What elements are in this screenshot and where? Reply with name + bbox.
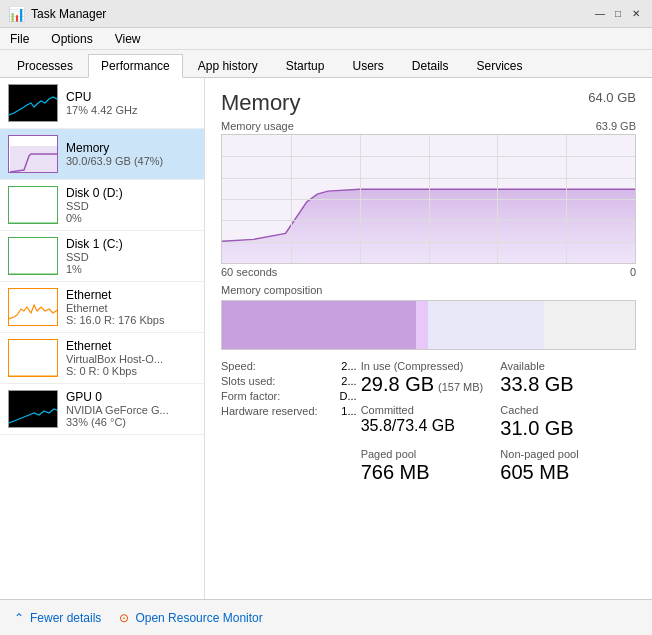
ethernet2-thumbnail (8, 339, 58, 377)
memory-graph (221, 134, 636, 264)
stat-paged-label: Paged pool (361, 448, 497, 460)
tab-startup[interactable]: Startup (273, 54, 338, 77)
graph-label-row: Memory usage 63.9 GB (221, 120, 636, 132)
disk0-val: 0% (66, 212, 196, 224)
tab-users[interactable]: Users (339, 54, 396, 77)
svg-rect-6 (9, 340, 58, 377)
stats-grid: In use (Compressed) 29.8 GB (157 MB) Ava… (221, 360, 636, 484)
tab-app-history[interactable]: App history (185, 54, 271, 77)
window-title: Task Manager (31, 7, 106, 21)
comp-free (544, 301, 635, 349)
memory-info: Memory 30.0/63.9 GB (47%) (66, 141, 196, 167)
stat-form-val: D... (340, 390, 357, 402)
stat-non-paged-label: Non-paged pool (500, 448, 636, 460)
window-icon: 📊 (8, 6, 25, 22)
sidebar-item-cpu[interactable]: CPU 17% 4.42 GHz (0, 78, 204, 129)
svg-rect-4 (9, 238, 58, 275)
menu-options[interactable]: Options (45, 30, 98, 48)
ethernet2-info: Ethernet VirtualBox Host-O... S: 0 R: 0 … (66, 339, 196, 377)
ethernet1-info: Ethernet Ethernet S: 16.0 R: 176 Kbps (66, 288, 196, 326)
detail-panel: Memory 64.0 GB Memory usage 63.9 GB (205, 78, 652, 599)
cpu-thumbnail (8, 84, 58, 122)
gpu0-val: 33% (46 °C) (66, 416, 196, 428)
sidebar-item-disk0[interactable]: Disk 0 (D:) SSD 0% (0, 180, 204, 231)
chevron-up-icon: ⌃ (12, 611, 26, 625)
stat-speed-val: 2... (341, 360, 356, 372)
minimize-button[interactable]: — (592, 6, 608, 22)
grid-v2 (360, 135, 361, 263)
sidebar-item-gpu0[interactable]: GPU 0 NVIDIA GeForce G... 33% (46 °C) (0, 384, 204, 435)
ethernet2-val: S: 0 R: 0 Kbps (66, 365, 196, 377)
disk1-val: 1% (66, 263, 196, 275)
stat-committed-value: 35.8/73.4 GB (361, 416, 497, 435)
title-bar: 📊 Task Manager — □ ✕ (0, 0, 652, 28)
graph-time-left: 60 seconds (221, 266, 277, 278)
stat-non-paged-pool: Non-paged pool 605 MB (500, 448, 636, 484)
stat-slots-val: 2... (341, 375, 356, 387)
svg-rect-2 (10, 146, 58, 172)
detail-total: 64.0 GB (588, 90, 636, 105)
memory-title: Memory (66, 141, 196, 155)
stat-available: Available 33.8 GB (500, 360, 636, 396)
svg-rect-3 (9, 187, 58, 224)
close-button[interactable]: ✕ (628, 6, 644, 22)
menu-file[interactable]: File (4, 30, 35, 48)
tab-processes[interactable]: Processes (4, 54, 86, 77)
comp-modified (416, 301, 428, 349)
comp-standby (428, 301, 544, 349)
ethernet1-title: Ethernet (66, 288, 196, 302)
gpu0-sub: NVIDIA GeForce G... (66, 404, 196, 416)
open-resource-monitor-button[interactable]: ⊙ Open Resource Monitor (117, 611, 262, 625)
sidebar-item-memory[interactable]: Memory 30.0/63.9 GB (47%) (0, 129, 204, 180)
graph-grid-lines (222, 135, 635, 263)
tab-services[interactable]: Services (464, 54, 536, 77)
disk1-sub: SSD (66, 251, 196, 263)
graph-max-label: 63.9 GB (596, 120, 636, 132)
stat-slots-label: Slots used: (221, 375, 275, 387)
ethernet1-thumbnail (8, 288, 58, 326)
tab-bar: Processes Performance App history Startu… (0, 50, 652, 78)
disk0-thumbnail (8, 186, 58, 224)
disk1-title: Disk 1 (C:) (66, 237, 196, 251)
cpu-info: CPU 17% 4.42 GHz (66, 90, 196, 116)
grid-v3 (429, 135, 430, 263)
menu-bar: File Options View (0, 28, 652, 50)
stat-cached-label: Cached (500, 404, 636, 416)
grid-v5 (566, 135, 567, 263)
detail-title: Memory (221, 90, 300, 116)
comp-in-use (222, 301, 416, 349)
stat-committed-label: Committed (361, 404, 497, 416)
graph-time-row: 60 seconds 0 (221, 266, 636, 278)
stat-right-hardware: Hardware reserved: 1... (221, 405, 357, 417)
gpu0-info: GPU 0 NVIDIA GeForce G... 33% (46 °C) (66, 390, 196, 428)
stat-in-use-sub: (157 MB) (438, 381, 483, 393)
disk0-info: Disk 0 (D:) SSD 0% (66, 186, 196, 224)
stat-right-form: Form factor: D... (221, 390, 357, 402)
maximize-button[interactable]: □ (610, 6, 626, 22)
tab-details[interactable]: Details (399, 54, 462, 77)
tab-performance[interactable]: Performance (88, 54, 183, 78)
composition-bar (221, 300, 636, 350)
stat-in-use: In use (Compressed) 29.8 GB (157 MB) (361, 360, 497, 396)
menu-view[interactable]: View (109, 30, 147, 48)
sidebar-item-ethernet2[interactable]: Ethernet VirtualBox Host-O... S: 0 R: 0 … (0, 333, 204, 384)
composition-label: Memory composition (221, 284, 636, 296)
stat-right-col: Speed: 2... Slots used: 2... Form factor… (221, 360, 357, 417)
grid-v4 (497, 135, 498, 263)
sidebar-item-disk1[interactable]: Disk 1 (C:) SSD 1% (0, 231, 204, 282)
cpu-title: CPU (66, 90, 196, 104)
sidebar-item-ethernet1[interactable]: Ethernet Ethernet S: 16.0 R: 176 Kbps (0, 282, 204, 333)
bottom-bar: ⌃ Fewer details ⊙ Open Resource Monitor (0, 599, 652, 635)
ethernet1-val: S: 16.0 R: 176 Kbps (66, 314, 196, 326)
ethernet2-sub: VirtualBox Host-O... (66, 353, 196, 365)
memory-sub: 30.0/63.9 GB (47%) (66, 155, 196, 167)
stat-hardware-val: 1... (341, 405, 356, 417)
graph-label: Memory usage (221, 120, 294, 132)
graph-time-right: 0 (630, 266, 636, 278)
stat-paged-value: 766 MB (361, 460, 497, 484)
ethernet2-title: Ethernet (66, 339, 196, 353)
disk0-title: Disk 0 (D:) (66, 186, 196, 200)
fewer-details-button[interactable]: ⌃ Fewer details (12, 611, 101, 625)
gpu0-thumbnail (8, 390, 58, 428)
graph-section: Memory usage 63.9 GB (221, 120, 636, 278)
